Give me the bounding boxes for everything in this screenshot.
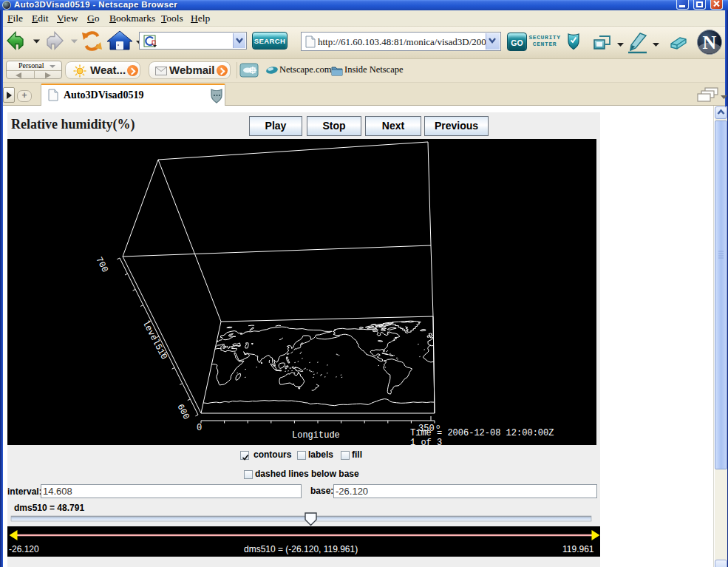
svg-text:N: N	[703, 32, 717, 53]
svg-text:Longitude: Longitude	[292, 430, 340, 441]
svg-text:1 of 3: 1 of 3	[410, 438, 442, 445]
svg-text:0: 0	[197, 423, 202, 433]
svg-text:Time = 2006-12-08 12:00:00Z: Time = 2006-12-08 12:00:00Z	[410, 428, 554, 438]
